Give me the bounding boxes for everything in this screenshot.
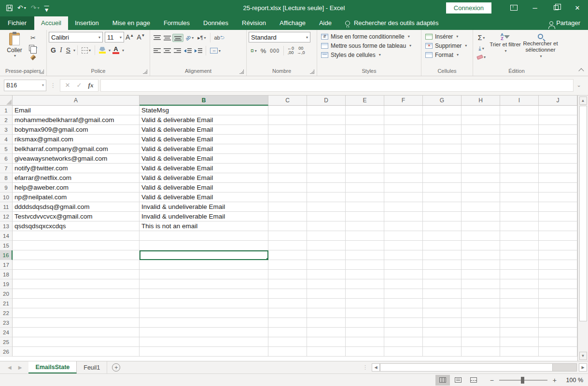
cell-F13[interactable] (384, 221, 423, 231)
cell-I9[interactable] (500, 183, 539, 193)
cell-F18[interactable] (384, 270, 423, 279)
cell-G1[interactable] (423, 106, 462, 115)
cell-E8[interactable] (346, 173, 384, 183)
cell-J21[interactable] (539, 299, 577, 308)
row-header-16[interactable]: 16 (0, 250, 13, 260)
cell-A2[interactable]: mohammedbelkharraf@gmail.com (13, 115, 140, 125)
collapse-ribbon-icon[interactable] (578, 68, 584, 73)
column-header-G[interactable]: G (423, 96, 462, 106)
cell-I5[interactable] (500, 144, 539, 154)
align-middle-button[interactable] (162, 34, 172, 41)
cell-J3[interactable] (539, 125, 577, 135)
format-as-table-button[interactable]: Mettre sous forme de tableau▾ (319, 41, 419, 50)
cell-H16[interactable] (462, 250, 500, 260)
cell-B21[interactable] (140, 299, 268, 308)
cell-J7[interactable] (539, 164, 577, 173)
customize-qat-button[interactable]: ─▾ (43, 4, 51, 12)
cell-F12[interactable] (384, 212, 423, 221)
cell-B13[interactable]: This is not an email (140, 221, 268, 231)
tab-donnees[interactable]: Données (196, 16, 235, 30)
bold-button[interactable]: G (49, 45, 58, 55)
cell-G3[interactable] (423, 125, 462, 135)
scroll-up-icon[interactable]: ▲ (579, 96, 587, 105)
vertical-scroll-thumb[interactable] (579, 106, 587, 321)
connexion-button[interactable]: Connexion (446, 2, 491, 14)
cell-G9[interactable] (423, 183, 462, 193)
row-header-26[interactable]: 26 (0, 347, 13, 357)
format-painter-button[interactable] (27, 54, 39, 61)
cell-B11[interactable]: Invalid & undeliverable Email (140, 202, 268, 212)
cell-I17[interactable] (500, 260, 539, 270)
underline-dropdown-icon[interactable]: ▾ (73, 48, 75, 53)
thousands-separator-button[interactable]: 000 (268, 47, 281, 55)
cell-J6[interactable] (539, 154, 577, 164)
increase-font-size-button[interactable]: A▲ (124, 33, 135, 41)
find-select-button[interactable]: Rechercher et sélectionner ▾ (523, 32, 558, 67)
cell-B6[interactable]: Valid & deliverable Email (140, 154, 268, 164)
row-header-24[interactable]: 24 (0, 328, 13, 337)
italic-button[interactable]: I (58, 45, 64, 55)
cell-H12[interactable] (462, 212, 500, 221)
decrease-font-size-button[interactable]: A▼ (135, 33, 146, 41)
row-header-9[interactable]: 9 (0, 183, 13, 193)
cell-C17[interactable] (268, 260, 307, 270)
cell-H3[interactable] (462, 125, 500, 135)
cell-F22[interactable] (384, 308, 423, 318)
cell-H23[interactable] (462, 318, 500, 328)
tab-accueil[interactable]: Accueil (34, 16, 68, 30)
cell-J4[interactable] (539, 135, 577, 144)
cell-A13[interactable]: qsdsqdsqxcxcdqs (13, 221, 140, 231)
cell-E5[interactable] (346, 144, 384, 154)
horizontal-scrollbar[interactable] (380, 363, 577, 372)
row-header-15[interactable]: 15 (0, 241, 13, 250)
zoom-slider[interactable] (499, 380, 547, 381)
cell-C21[interactable] (268, 299, 307, 308)
cell-D14[interactable] (307, 231, 346, 241)
cell-D2[interactable] (307, 115, 346, 125)
cell-J5[interactable] (539, 144, 577, 154)
cell-G26[interactable] (423, 347, 462, 357)
cell-B18[interactable] (140, 270, 268, 279)
fill-button[interactable]: ⤓▾ (475, 44, 488, 53)
row-header-6[interactable]: 6 (0, 154, 13, 164)
formula-input[interactable] (100, 79, 574, 92)
cell-F17[interactable] (384, 260, 423, 270)
percent-format-button[interactable]: % (259, 46, 268, 55)
scroll-right-icon[interactable]: ▶ (579, 363, 587, 372)
share-button[interactable]: Partager (549, 19, 588, 30)
cell-C19[interactable] (268, 279, 307, 289)
align-bottom-button[interactable] (172, 34, 183, 42)
cell-B2[interactable]: Valid & deliverable Email (140, 115, 268, 125)
cell-J26[interactable] (539, 347, 577, 357)
insert-cells-button[interactable]: Insérer▾ (423, 32, 471, 41)
row-header-23[interactable]: 23 (0, 318, 13, 328)
column-header-A[interactable]: A (13, 96, 140, 106)
row-header-7[interactable]: 7 (0, 164, 13, 173)
clear-button[interactable]: ▾ (475, 54, 488, 60)
cell-H25[interactable] (462, 337, 500, 347)
row-header-3[interactable]: 3 (0, 125, 13, 135)
cell-E2[interactable] (346, 115, 384, 125)
cell-H11[interactable] (462, 202, 500, 212)
cell-D23[interactable] (307, 318, 346, 328)
cell-J16[interactable] (539, 250, 577, 260)
row-header-4[interactable]: 4 (0, 135, 13, 144)
cell-I14[interactable] (500, 231, 539, 241)
alignment-dialog-launcher-icon[interactable] (239, 69, 244, 74)
sheet-prev-icon[interactable]: ◀ (8, 365, 12, 370)
tab-mise-en-page[interactable]: Mise en page (106, 16, 157, 30)
undo-button[interactable]: ↶▾ (16, 4, 28, 12)
cell-B14[interactable] (140, 231, 268, 241)
cell-J20[interactable] (539, 289, 577, 299)
cell-D8[interactable] (307, 173, 346, 183)
cell-G25[interactable] (423, 337, 462, 347)
cell-C1[interactable] (268, 106, 307, 115)
cell-A3[interactable]: bobymax909@gmail.com (13, 125, 140, 135)
cell-J13[interactable] (539, 221, 577, 231)
cell-B8[interactable]: Valid & deliverable Email (140, 173, 268, 183)
cell-G4[interactable] (423, 135, 462, 144)
cell-H6[interactable] (462, 154, 500, 164)
number-dialog-launcher-icon[interactable] (310, 69, 314, 74)
cell-H20[interactable] (462, 289, 500, 299)
cell-F7[interactable] (384, 164, 423, 173)
